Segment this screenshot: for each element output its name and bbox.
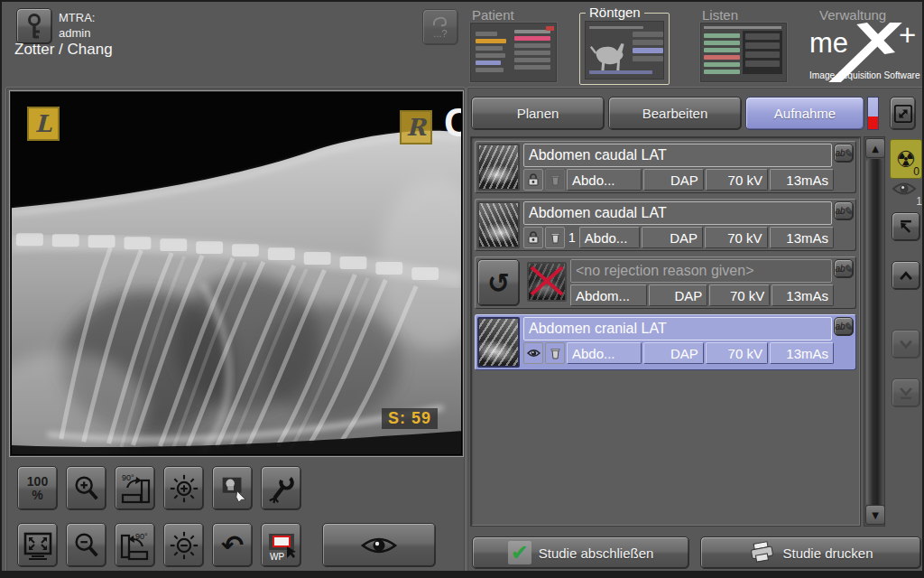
brightness-down-button[interactable] — [163, 523, 204, 567]
visible-count-badge[interactable]: 1 — [892, 181, 920, 204]
drag-image-button[interactable] — [212, 466, 253, 510]
undo-icon: ↶ — [221, 532, 244, 559]
protocol-field[interactable]: Abdo... — [579, 227, 641, 248]
viewer-toolbar-row2: 90° ↶ — [17, 523, 301, 567]
move-to-top-button[interactable] — [892, 212, 920, 241]
aufnahme-alert-indicator[interactable] — [867, 97, 879, 130]
dap-field[interactable]: DAP — [643, 342, 704, 364]
mex-logo: me + Image Acquisition Software — [808, 20, 924, 85]
view-processed-button[interactable] — [322, 523, 436, 567]
kv-field[interactable]: 70 kV — [709, 284, 770, 306]
brightness-up-icon — [169, 473, 199, 504]
brightness-up-button[interactable] — [163, 466, 204, 510]
move-to-top-icon — [897, 218, 915, 236]
selected-list-item[interactable]: Abdomen cranial LAT Abdo... DAP 70 kV 13… — [475, 314, 856, 370]
move-up-button[interactable] — [892, 261, 920, 290]
expand-panel-button[interactable] — [890, 97, 916, 130]
pencil-icon: ✎ — [844, 263, 853, 275]
kv-field[interactable]: 70 kV — [706, 342, 768, 364]
restore-image-button[interactable]: ↺ — [477, 259, 520, 306]
lock-icon — [523, 169, 543, 191]
tab-roentgen[interactable]: Röntgen — [579, 13, 670, 85]
list-item[interactable]: Abdomen caudal LAT Abdo... DAP 70 kV 13m… — [475, 141, 856, 193]
kv-field[interactable]: 70 kV — [706, 169, 768, 191]
help-button[interactable]: ...? — [422, 9, 458, 45]
logo-me-text: me — [809, 27, 848, 59]
print-study-button[interactable]: Studie drucken — [700, 536, 921, 569]
tab-planen[interactable]: Planen — [471, 97, 605, 130]
protocol-field[interactable]: Abdo... — [567, 342, 642, 364]
tab-patient[interactable] — [470, 23, 557, 82]
top-bar: MTRA: admin Zotter / Chang ...? Patient — [2, 2, 922, 87]
move-down-button[interactable] — [892, 330, 920, 359]
dap-field[interactable]: DAP — [642, 227, 703, 248]
list-item[interactable]: Abdomen caudal LAT 1 Abdo... DAP 70 kV 1… — [475, 199, 856, 251]
view-title: Abdomen caudal LAT — [523, 144, 832, 167]
rejected-list-item[interactable]: ↺ <no rejection reason given> Abdom... D… — [475, 256, 856, 309]
xray-thumbnail[interactable] — [477, 201, 520, 248]
dap-field[interactable]: DAP — [649, 284, 707, 306]
rename-view-button[interactable]: ab✎ — [834, 317, 854, 336]
scroll-down-button[interactable]: ▼ — [865, 505, 885, 525]
zoom-100-button[interactable]: 100% — [17, 466, 58, 510]
patient-thumb-right-column — [514, 27, 550, 72]
trash-icon[interactable] — [545, 342, 565, 364]
mas-field[interactable]: 13mAs — [770, 342, 834, 364]
tab-verwaltung[interactable]: me + Image Acquisition Software — [808, 20, 924, 85]
pencil-icon: ✎ — [844, 205, 853, 218]
move-up-icon — [897, 266, 915, 284]
protocol-field[interactable]: Abdom... — [570, 284, 647, 306]
xray-thumbnail[interactable] — [477, 317, 520, 368]
view-title: Abdomen cranial LAT — [523, 317, 832, 340]
fit-to-window-icon — [22, 529, 54, 562]
acquisition-list: Abdomen caudal LAT Abdo... DAP 70 kV 13m… — [470, 136, 861, 527]
rename-view-button[interactable]: ab✎ — [834, 259, 854, 278]
finish-study-button[interactable]: ✔ Studie abschließen — [472, 536, 689, 569]
trash-icon[interactable] — [545, 227, 565, 248]
zoom-out-button[interactable] — [66, 523, 106, 567]
scroll-up-button[interactable]: ▲ — [865, 138, 885, 158]
rejected-thumbnail[interactable] — [527, 262, 567, 302]
marker-left: L — [27, 107, 60, 141]
eye-icon — [358, 533, 400, 558]
settings-wrench-button[interactable] — [261, 466, 301, 510]
rejected-count-badge[interactable]: ☢ 0 — [890, 139, 922, 179]
mas-field[interactable]: 13mAs — [770, 169, 834, 191]
move-to-bottom-icon — [897, 384, 915, 402]
roentgen-thumb-list — [633, 29, 663, 64]
pencil-icon: ✎ — [844, 147, 853, 160]
scrollbar-thumb[interactable] — [866, 159, 882, 506]
tab-aufnahme[interactable]: Aufnahme — [745, 97, 864, 130]
restore-icon: ↺ — [487, 267, 510, 299]
xray-image[interactable]: L R C S: 59 — [12, 93, 461, 454]
rotate-cw-button[interactable]: 90° — [115, 466, 155, 510]
zoom-in-button[interactable] — [66, 466, 106, 510]
dap-field[interactable]: DAP — [643, 169, 704, 191]
login-key-button[interactable] — [16, 8, 52, 44]
rename-view-button[interactable]: ab✎ — [834, 144, 854, 163]
move-to-bottom-button[interactable] — [892, 378, 920, 407]
user-name: admin — [59, 25, 95, 41]
zoom-out-icon — [71, 529, 102, 562]
fit-to-window-button[interactable] — [17, 523, 58, 567]
listen-thumb-header — [704, 26, 781, 29]
list-scrollbar[interactable]: ▲ ▼ — [864, 136, 885, 527]
visibility-eye-icon[interactable] — [523, 342, 543, 364]
window-preset-button[interactable]: WP — [261, 523, 301, 567]
rejection-reason: <no rejection reason given> — [570, 259, 832, 283]
tab-bearbeiten[interactable]: Bearbeiten — [608, 97, 742, 130]
mas-field[interactable]: 13mAs — [770, 227, 834, 248]
tab-listen[interactable] — [700, 23, 787, 82]
tab-listen-label: Listen — [702, 7, 738, 23]
zoom-in-icon — [71, 472, 102, 505]
undo-button[interactable]: ↶ — [212, 523, 253, 567]
clipped-marker-letter: C — [444, 100, 461, 145]
xray-render — [12, 93, 461, 454]
protocol-field[interactable]: Abdo... — [567, 169, 642, 191]
rotate-ccw-icon: 90° — [119, 528, 152, 563]
kv-field[interactable]: 70 kV — [705, 227, 768, 248]
xray-thumbnail[interactable] — [477, 144, 520, 191]
mas-field[interactable]: 13mAs — [772, 284, 834, 306]
rename-view-button[interactable]: ab✎ — [834, 201, 854, 220]
rotate-ccw-button[interactable]: 90° — [115, 523, 155, 567]
